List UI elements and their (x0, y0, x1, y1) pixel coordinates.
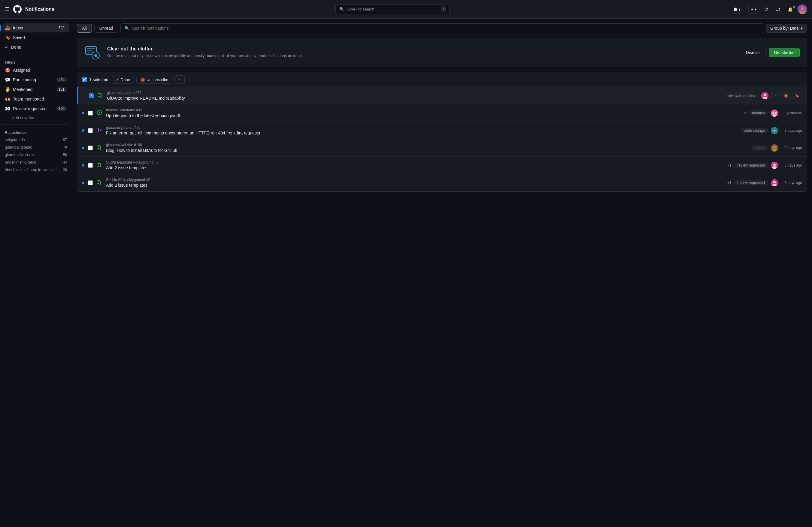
tab-all[interactable]: All (77, 24, 92, 33)
watch-button[interactable]: ⏱ (762, 5, 771, 13)
sidebar-inbox-label: Inbox (13, 26, 56, 30)
create-dropdown-icon: ▾ (755, 7, 757, 12)
notification-row-6[interactable]: Suchica/ifcjs-playground #2 Add 2 issue … (77, 174, 807, 192)
notification-row-1[interactable]: ✓ gitautoai/gitauto #477 GitAuto: Improv… (77, 87, 807, 104)
group-by-label: Group by: Date (770, 26, 799, 31)
pr-type-icon-6 (97, 180, 102, 186)
sidebar-item-saved[interactable]: 🔖 Saved (2, 33, 69, 42)
svg-rect-4 (87, 48, 95, 49)
sidebar-item-mentioned[interactable]: 🖐 Mentioned 131 (2, 85, 69, 94)
search-notifications-input[interactable] (132, 26, 759, 31)
notification-avatar-4 (771, 144, 778, 152)
notification-title-1: GitAuto: Improve README.md readability (107, 96, 721, 101)
repo-item-hiroshinishio-tetris[interactable]: hiroshinishio/tetris 44 (2, 159, 69, 166)
svg-point-18 (772, 114, 777, 117)
notification-row-5[interactable]: Suchica/autodesk-playground #5 Add 2 iss… (77, 157, 807, 174)
notification-meta-3: state change ⚡ 3 days ago (741, 127, 802, 134)
banner-description: Get the most out of your new inbox by qu… (107, 53, 735, 59)
nav-right: ⬟ ▾ + ▾ ⏱ ⎇ 🔔 (731, 4, 807, 14)
mark-done-action-1[interactable]: ✓ (771, 92, 780, 99)
notification-checkbox-1[interactable]: ✓ (89, 93, 94, 98)
sidebar-saved-label: Saved (13, 35, 67, 40)
notification-repo-3: gitautoai/gitauto #476 (106, 125, 738, 130)
repo-item-gitautoai-website[interactable]: gitautoai/website 56 (2, 151, 69, 159)
sidebar-item-team-mentioned[interactable]: 🙌 Team mentioned (2, 94, 69, 104)
sidebar-team-mentioned-label: Team mentioned (13, 96, 67, 102)
notification-reason-1: review requested (725, 93, 758, 99)
bulk-done-button[interactable]: ✓ Done (112, 76, 134, 84)
select-all-checkbox[interactable] (82, 77, 87, 82)
hamburger-menu-button[interactable]: ☰ (5, 6, 10, 13)
sidebar-item-review-requested[interactable]: 👀 Review requested 300 (2, 104, 69, 113)
unsubscribe-bell-icon: 🔕 (140, 77, 145, 82)
repo-item-hiroshinishio-website[interactable]: hiroshinishio/samp le_website 30 (2, 166, 69, 174)
svg-point-1 (801, 6, 804, 10)
group-by-chevron-icon: ▾ (801, 26, 803, 31)
notification-row-3[interactable]: gitautoai/gitauto #476 Fix an error: get… (77, 122, 807, 139)
svg-rect-5 (87, 50, 93, 51)
add-filter-button[interactable]: + + Add new filter (2, 114, 69, 122)
notification-repo-5: Suchica/autodesk-playground #5 (106, 160, 724, 164)
save-action-1[interactable]: 🔖 (792, 92, 802, 99)
notification-checkbox-3[interactable] (88, 128, 93, 133)
mentioned-count-badge: 131 (56, 87, 67, 92)
pr-type-icon-5 (97, 162, 102, 168)
sidebar-done-label: Done (11, 45, 67, 49)
unread-indicator-4 (82, 147, 84, 149)
notification-plus-6: +1 (727, 181, 731, 185)
group-by-button[interactable]: Group by: Date ▾ (766, 24, 807, 33)
team-mentioned-icon: 🙌 (5, 96, 11, 102)
onboarding-banner: Clear out the clutter. Get the most out … (77, 38, 807, 67)
notification-title-6: Add 2 issue templates (106, 183, 724, 187)
notification-avatar-5 (771, 162, 778, 169)
notification-reason-5: review requested (735, 163, 768, 168)
repo-item-gitautoai-gitauto[interactable]: gitautoai/gitauto 79 (2, 144, 69, 151)
notification-checkbox-5[interactable] (88, 163, 93, 168)
notification-row-4[interactable]: gitautoai/website #188 Blog: How to inst… (77, 139, 807, 157)
notification-actions-1: ✓ 🔕 🔖 (771, 92, 802, 99)
copilot-button[interactable]: ⬟ ▾ (731, 5, 743, 14)
bulk-more-button[interactable]: ··· (174, 75, 185, 84)
notification-meta-1: review requested ✓ 🔕 🔖 (725, 92, 802, 99)
pr-merged-type-icon-3 (97, 127, 102, 134)
sidebar-item-inbox[interactable]: 📥 Inbox 628 (2, 24, 69, 32)
participating-count-badge: 494 (56, 77, 67, 82)
bulk-action-bar: 1 selected ✓ Done 🔕 Unsubscribe ··· (77, 72, 807, 87)
plus-icon: + (751, 7, 753, 12)
svg-point-22 (773, 146, 775, 149)
unsubscribe-action-1[interactable]: 🔕 (781, 92, 791, 99)
tab-unread[interactable]: Unread (94, 24, 118, 33)
notification-checkbox-4[interactable] (88, 146, 93, 150)
notification-time-6: 3 days ago (781, 181, 802, 185)
pr-button[interactable]: ⎇ (773, 5, 783, 13)
pr-icon: ⎇ (775, 7, 781, 12)
notification-title-2: Update pyqt5 to the latest version pyqt6 (106, 113, 738, 118)
repo-item-seigot-tetris[interactable]: seigot/tetris 97 (2, 136, 69, 144)
notification-reason-4: author (752, 145, 768, 151)
sidebar-item-participating[interactable]: 💬 Participating 494 (2, 75, 69, 84)
participating-icon: 💬 (5, 77, 11, 82)
dismiss-button[interactable]: Dismiss (741, 48, 766, 57)
search-icon: 🔍 (339, 7, 344, 11)
notification-checkbox-2[interactable] (88, 111, 93, 116)
notification-row-2[interactable]: hiroshinishio/tetris #85 Update pyqt5 to… (77, 104, 807, 122)
global-search-bar[interactable]: 🔍 Type / to search / (335, 4, 450, 14)
github-logo (13, 4, 22, 14)
sidebar-item-assigned[interactable]: 🎯 Assigned (2, 66, 69, 75)
sidebar-divider-1 (2, 54, 69, 54)
notification-search-bar[interactable]: 🔍 (120, 24, 763, 33)
create-button[interactable]: + ▾ (748, 5, 759, 14)
notification-time-5: 3 days ago (781, 163, 802, 167)
bulk-unsubscribe-button[interactable]: 🔕 Unsubscribe (136, 76, 172, 84)
sidebar-item-done[interactable]: ✓ Done (2, 43, 69, 51)
notification-plus-2: +2 (742, 111, 746, 115)
inbox-icon: 📥 (5, 25, 11, 31)
notification-checkbox-6[interactable] (88, 180, 93, 185)
assigned-icon: 🎯 (5, 67, 11, 73)
get-started-button[interactable]: Get started (769, 48, 800, 57)
unread-indicator-5 (82, 164, 84, 167)
svg-text:⚡: ⚡ (773, 129, 777, 133)
sidebar-mentioned-label: Mentioned (13, 87, 56, 92)
notification-avatar-3: ⚡ (771, 127, 778, 134)
user-avatar[interactable] (798, 4, 807, 14)
